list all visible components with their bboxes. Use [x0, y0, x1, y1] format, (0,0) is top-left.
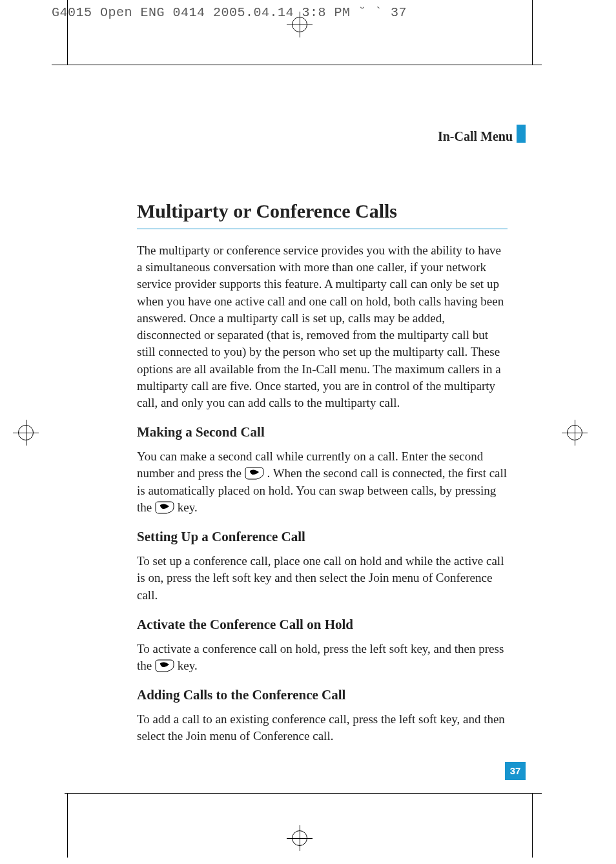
registration-mark-left — [13, 420, 39, 446]
proof-header-text: G4015 Open ENG 0414 2005.04.14 3:8 PM ˘ … — [52, 5, 407, 20]
send-key-icon — [155, 659, 174, 672]
section-heading-making-second-call: Making a Second Call — [137, 424, 508, 440]
section-body-activate: To activate a conference call on hold, p… — [137, 641, 508, 674]
registration-mark-bottom — [287, 825, 313, 851]
crop-mark-bottom-right-v — [532, 793, 533, 858]
running-header: In-Call Menu — [438, 129, 513, 144]
s3-text-b: key. — [178, 659, 198, 672]
page-number: 37 — [505, 762, 526, 780]
registration-mark-right — [562, 420, 588, 446]
section-body-making-second-call: You can make a second call while current… — [137, 448, 508, 516]
send-key-icon — [245, 467, 264, 480]
section-heading-adding-calls: Adding Calls to the Conference Call — [137, 687, 508, 703]
s1-text-c: key. — [178, 500, 198, 514]
crop-mark-top-left-v — [67, 0, 68, 65]
section-body-setting-up: To set up a conference call, place one c… — [137, 553, 508, 604]
section-body-adding-calls: To add a call to an existing conference … — [137, 711, 508, 745]
crop-mark-bottom-left-v — [67, 793, 68, 858]
crop-mark-bottom — [65, 793, 542, 794]
intro-paragraph: The multiparty or conference service pro… — [137, 242, 508, 411]
running-header-accent — [517, 125, 526, 143]
send-key-icon — [155, 501, 174, 514]
registration-mark-top — [287, 12, 313, 37]
section-heading-setting-up: Setting Up a Conference Call — [137, 529, 508, 545]
page-title: Multiparty or Conference Calls — [137, 200, 508, 229]
crop-mark-top — [52, 65, 542, 65]
crop-mark-top-right-v — [532, 0, 533, 65]
section-heading-activate: Activate the Conference Call on Hold — [137, 617, 508, 633]
page-content: Multiparty or Conference Calls The multi… — [137, 200, 508, 758]
